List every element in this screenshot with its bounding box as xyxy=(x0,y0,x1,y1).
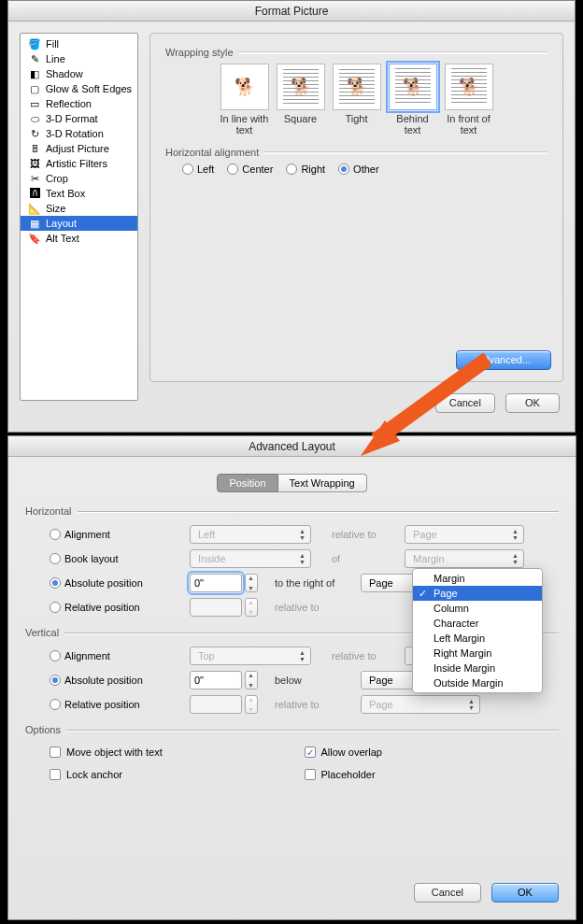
radio-v-absolute[interactable]: Absolute position xyxy=(50,675,190,686)
radio-label: Book layout xyxy=(64,553,118,564)
select-value: Left xyxy=(198,529,215,540)
radio-h-book[interactable]: Book layout xyxy=(50,553,190,564)
sidebar-item-label: Size xyxy=(46,203,65,214)
h-absolute-field[interactable]: 0" xyxy=(190,574,242,592)
dropdown-option[interactable]: Column xyxy=(413,601,542,616)
dialog-footer: Cancel OK xyxy=(8,883,576,916)
relative-to-dropdown[interactable]: Margin Page Column Character Left Margin… xyxy=(412,568,543,693)
of-label: of xyxy=(332,553,405,564)
dog-icon: 🐕 xyxy=(347,77,367,97)
h-alignment-select[interactable]: Left▲▼ xyxy=(190,525,311,544)
h-relative-stepper[interactable] xyxy=(245,598,258,617)
sidebar-item-label: Adjust Picture xyxy=(46,143,109,154)
sidebar-item-reflection[interactable]: ▭Reflection xyxy=(21,96,137,111)
h-relative-field[interactable] xyxy=(190,598,242,617)
select-value: Page xyxy=(369,577,393,589)
radio-h-relative[interactable]: Relative position xyxy=(50,602,190,613)
dropdown-option[interactable]: Left Margin xyxy=(413,631,542,646)
ruler-icon: 📐 xyxy=(28,202,41,215)
relative-to-label: relative to xyxy=(275,602,361,613)
chevron-updown-icon: ▲▼ xyxy=(299,552,306,565)
radio-left[interactable]: Left xyxy=(182,163,214,175)
select-value: Inside xyxy=(198,553,225,564)
wrap-square[interactable]: 🐕Square xyxy=(276,64,326,135)
h-alignment-relative-select[interactable]: Page▲▼ xyxy=(405,525,524,544)
wrap-behind[interactable]: 🐕Behind text xyxy=(388,64,438,135)
check-placeholder[interactable] xyxy=(305,769,316,780)
v-relative-stepper[interactable] xyxy=(245,695,258,714)
dropdown-option[interactable]: Inside Margin xyxy=(413,661,542,675)
sidebar-item-label: Shadow xyxy=(46,68,83,79)
radio-h-alignment[interactable]: Alignment xyxy=(50,529,190,540)
sidebar-item-crop[interactable]: ✂Crop xyxy=(21,171,137,186)
sidebar-item-3d-format[interactable]: ⬭3-D Format xyxy=(21,111,137,126)
chevron-updown-icon: ▲▼ xyxy=(299,649,306,662)
shadow-icon: ◧ xyxy=(28,67,41,80)
sidebar-item-alt-text[interactable]: 🔖Alt Text xyxy=(21,231,137,246)
halign-group-label: Horizontal alignment xyxy=(165,147,547,158)
format-picture-window: Format Picture 🪣Fill ✎Line ◧Shadow ▢Glow… xyxy=(7,0,576,433)
sidebar-item-label: Glow & Soft Edges xyxy=(46,83,132,94)
v-relative-relative-select[interactable]: Page▲▼ xyxy=(361,695,480,714)
h-book-relative-select[interactable]: Margin▲▼ xyxy=(405,549,524,568)
radio-center[interactable]: Center xyxy=(227,163,273,175)
sidebar-item-3d-rotation[interactable]: ↻3-D Rotation xyxy=(21,126,137,141)
radio-label: Relative position xyxy=(64,699,140,710)
h-absolute-stepper[interactable] xyxy=(245,574,258,592)
sidebar-item-line[interactable]: ✎Line xyxy=(21,51,137,66)
dropdown-option[interactable]: Page xyxy=(413,586,542,601)
tab-bar: Position Text Wrapping xyxy=(25,474,559,492)
radio-v-relative[interactable]: Relative position xyxy=(50,699,190,710)
sidebar-item-adjust[interactable]: 🎚Adjust Picture xyxy=(21,141,137,156)
check-overlap[interactable] xyxy=(305,746,316,758)
sidebar-item-shadow[interactable]: ◧Shadow xyxy=(21,66,137,81)
relative-to-label: relative to xyxy=(332,529,405,540)
wrap-inline[interactable]: 🐕In line with text xyxy=(220,64,270,135)
radio-h-absolute[interactable]: Absolute position xyxy=(50,577,190,589)
dropdown-option[interactable]: Right Margin xyxy=(413,646,542,661)
layout-icon: ▦ xyxy=(28,217,41,230)
select-value: Page xyxy=(369,675,393,686)
dropdown-option[interactable]: Margin xyxy=(413,571,542,586)
v-relative-field[interactable] xyxy=(190,695,242,714)
radio-label: Left xyxy=(197,163,214,175)
advanced-button[interactable]: Advanced... xyxy=(456,350,551,370)
ok-button[interactable]: OK xyxy=(491,883,559,903)
wrap-front[interactable]: 🐕In front of text xyxy=(444,64,494,135)
sidebar-item-fill[interactable]: 🪣Fill xyxy=(21,36,137,51)
wrap-tight[interactable]: 🐕Tight xyxy=(332,64,382,135)
radio-right[interactable]: Right xyxy=(286,163,325,175)
sidebar-item-glow[interactable]: ▢Glow & Soft Edges xyxy=(21,81,137,96)
wrap-label: Tight xyxy=(332,113,382,135)
wrap-label: Behind text xyxy=(388,113,438,135)
select-value: Top xyxy=(198,650,215,661)
tab-position[interactable]: Position xyxy=(217,474,277,492)
dropdown-option[interactable]: Character xyxy=(413,616,542,631)
dog-icon: 🐕 xyxy=(291,77,311,97)
tab-text-wrapping[interactable]: Text Wrapping xyxy=(278,474,367,492)
check-lock[interactable] xyxy=(50,769,61,780)
check-move[interactable] xyxy=(50,746,61,758)
paint-bucket-icon: 🪣 xyxy=(28,37,41,50)
sidebar-item-filters[interactable]: 🖼Artistic Filters xyxy=(21,156,137,171)
horizontal-group-label: Horizontal xyxy=(25,505,559,517)
radio-v-alignment[interactable]: Alignment xyxy=(50,650,190,661)
ok-button[interactable]: OK xyxy=(505,393,560,413)
wrapping-group-label: Wrapping style xyxy=(165,47,547,58)
wrap-label: Square xyxy=(276,113,326,135)
v-absolute-field[interactable]: 0" xyxy=(190,671,242,689)
wrapping-options: 🐕In line with text 🐕Square 🐕Tight 🐕Behin… xyxy=(165,64,547,135)
check-label: Move object with text xyxy=(66,746,163,758)
h-book-select[interactable]: Inside▲▼ xyxy=(190,549,311,568)
radio-other[interactable]: Other xyxy=(338,163,379,175)
sidebar-item-size[interactable]: 📐Size xyxy=(21,201,137,216)
v-alignment-select[interactable]: Top▲▼ xyxy=(190,647,311,665)
cancel-button[interactable]: Cancel xyxy=(435,393,495,413)
v-absolute-stepper[interactable] xyxy=(245,671,258,689)
sidebar-item-textbox[interactable]: 🅰Text Box xyxy=(21,186,137,201)
cancel-button[interactable]: Cancel xyxy=(414,883,481,903)
sidebar-item-layout[interactable]: ▦Layout xyxy=(21,216,137,231)
pencil-icon: ✎ xyxy=(28,52,41,65)
dropdown-option[interactable]: Outside Margin xyxy=(413,675,542,690)
cylinder-icon: ⬭ xyxy=(28,112,41,125)
